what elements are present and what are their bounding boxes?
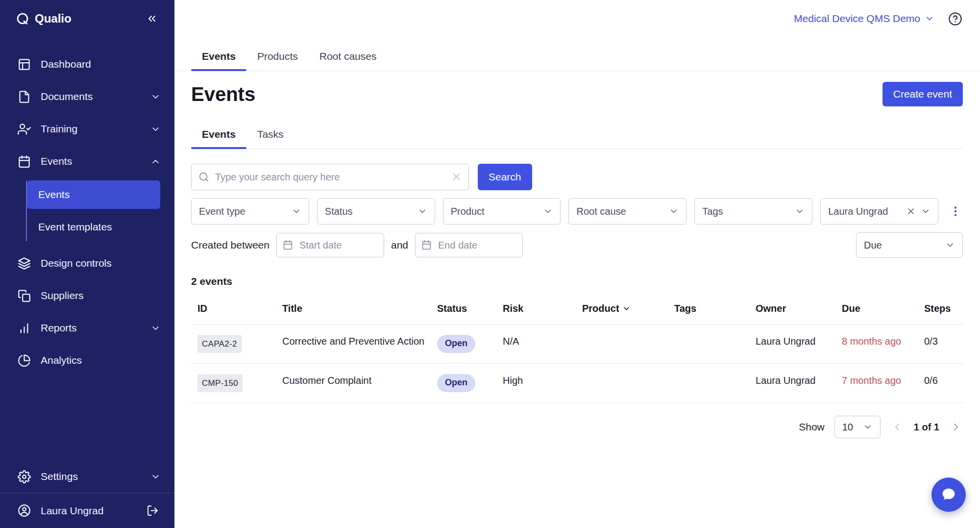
- event-tags-cell: [674, 364, 756, 403]
- chevron-down-icon: [795, 206, 805, 216]
- event-steps-cell: 0/3: [924, 325, 963, 364]
- filter-row: Event type Status Product Root cause Tag…: [191, 198, 963, 225]
- column-header-owner: Owner: [756, 293, 842, 325]
- subtab-tasks[interactable]: Tasks: [246, 128, 294, 149]
- sidebar-item-settings[interactable]: Settings: [0, 460, 174, 493]
- chevron-down-icon: [150, 92, 161, 102]
- sidebar-item-label: Documents: [41, 91, 141, 102]
- sidebar-subitem-events[interactable]: Events: [27, 180, 160, 209]
- sidebar-item-events[interactable]: Events: [0, 145, 174, 177]
- sidebar-item-label: Events: [41, 155, 141, 167]
- chevron-down-icon: [669, 206, 679, 216]
- create-event-button[interactable]: Create event: [882, 82, 963, 106]
- chevron-down-icon: [543, 206, 553, 216]
- topbar: Medical Device QMS Demo: [174, 0, 980, 37]
- event-type-filter[interactable]: Event type: [191, 198, 309, 225]
- sidebar-item-dashboard[interactable]: Dashboard: [0, 48, 174, 80]
- filter-label: Due: [864, 240, 940, 251]
- table-row[interactable]: CAPA2-2 Corrective and Preventive Action…: [191, 325, 963, 364]
- sidebar-item-documents[interactable]: Documents: [0, 80, 174, 113]
- content: Events Create event Events Tasks Search: [174, 71, 980, 528]
- filter-label: Status: [325, 206, 413, 217]
- sidebar-item-suppliers[interactable]: Suppliers: [0, 279, 174, 312]
- page-size-select[interactable]: 10: [834, 416, 881, 438]
- search-input[interactable]: [191, 164, 469, 190]
- more-filters-button[interactable]: [948, 203, 963, 220]
- sidebar-item-label: Suppliers: [41, 290, 161, 302]
- layers-icon: [18, 257, 31, 270]
- chat-bubble-icon: [940, 486, 957, 503]
- sidebar-user-menu[interactable]: Laura Ungrad: [0, 493, 174, 528]
- event-id-badge: CMP-150: [197, 374, 243, 392]
- previous-page-button[interactable]: [890, 420, 904, 434]
- sub-tabs: Events Tasks: [191, 128, 963, 149]
- sidebar-subitem-label: Event templates: [38, 221, 112, 233]
- sidebar-item-analytics[interactable]: Analytics: [0, 344, 174, 377]
- column-header-title: Title: [282, 293, 437, 325]
- tags-filter[interactable]: Tags: [694, 198, 812, 225]
- clear-owner-filter-icon[interactable]: [906, 206, 916, 216]
- workspace-selector[interactable]: Medical Device QMS Demo: [794, 13, 934, 25]
- sidebar-subitem-event-templates[interactable]: Event templates: [27, 213, 160, 241]
- chevron-up-icon: [150, 156, 161, 167]
- sidebar-item-training[interactable]: Training: [0, 113, 174, 145]
- sidebar-header: Qualio: [0, 0, 174, 37]
- help-button[interactable]: [948, 12, 962, 26]
- page-size-value: 10: [842, 422, 858, 433]
- column-header-tags: Tags: [674, 293, 756, 325]
- product-filter[interactable]: Product: [443, 198, 561, 225]
- search-box: [191, 164, 469, 190]
- table-row[interactable]: CMP-150 Customer Complaint Open High Lau…: [191, 364, 963, 403]
- event-risk-cell: N/A: [503, 325, 582, 364]
- search-icon: [198, 172, 209, 182]
- page-title: Events: [191, 83, 255, 105]
- event-risk-cell: High: [503, 364, 582, 403]
- pagination: Show 10 1 of 1: [191, 416, 963, 438]
- event-id-badge: CAPA2-2: [197, 335, 242, 353]
- due-filter[interactable]: Due: [856, 232, 963, 258]
- chevron-down-icon: [945, 240, 955, 250]
- sidebar-item-label: Design controls: [41, 257, 161, 269]
- avatar-icon: [18, 504, 31, 517]
- sidebar-events-submenu: Events Event templates: [26, 180, 174, 241]
- search-button[interactable]: Search: [478, 164, 532, 190]
- event-due-cell: 7 months ago: [842, 364, 924, 403]
- status-filter[interactable]: Status: [317, 198, 435, 225]
- training-icon: [18, 123, 31, 136]
- event-status-cell: Open: [437, 364, 503, 403]
- chevron-down-icon: [150, 323, 161, 333]
- sidebar-item-reports[interactable]: Reports: [0, 312, 174, 344]
- next-page-button[interactable]: [949, 420, 963, 434]
- tab-products[interactable]: Products: [246, 50, 309, 71]
- event-title-cell[interactable]: Customer Complaint: [282, 364, 437, 403]
- chevron-down-icon: [150, 472, 161, 482]
- logout-button[interactable]: [146, 503, 160, 518]
- clear-search-icon[interactable]: [451, 171, 462, 182]
- event-title-cell[interactable]: Corrective and Preventive Action: [282, 325, 437, 364]
- owner-filter[interactable]: Laura Ungrad: [820, 198, 938, 225]
- sidebar-item-label: Dashboard: [41, 58, 161, 70]
- subtab-events[interactable]: Events: [191, 128, 246, 149]
- sidebar-item-label: Training: [41, 123, 141, 135]
- chat-widget-button[interactable]: [931, 478, 966, 512]
- tab-label: Products: [257, 50, 298, 62]
- bar-chart-icon: [18, 322, 31, 335]
- tab-events[interactable]: Events: [191, 50, 246, 71]
- event-owner-cell: Laura Ungrad: [756, 364, 842, 403]
- root-cause-filter[interactable]: Root cause: [568, 198, 686, 225]
- column-header-product[interactable]: Product: [582, 293, 674, 325]
- filter-label: Event type: [199, 206, 287, 217]
- event-owner-cell: Laura Ungrad: [756, 325, 842, 364]
- filter-label: Product: [451, 206, 539, 217]
- event-product-cell: [582, 325, 674, 364]
- sidebar-collapse-button[interactable]: [144, 11, 160, 26]
- qualio-logo-icon: [16, 12, 29, 25]
- brand: Qualio: [16, 12, 72, 25]
- tab-root-causes[interactable]: Root causes: [309, 50, 388, 71]
- event-tags-cell: [674, 325, 756, 364]
- start-date-box: [276, 233, 384, 257]
- pie-chart-icon: [18, 354, 31, 367]
- sidebar-footer: Settings Laura Ungrad: [0, 460, 174, 528]
- calendar-icon: [283, 240, 293, 250]
- sidebar-item-design-controls[interactable]: Design controls: [0, 247, 174, 279]
